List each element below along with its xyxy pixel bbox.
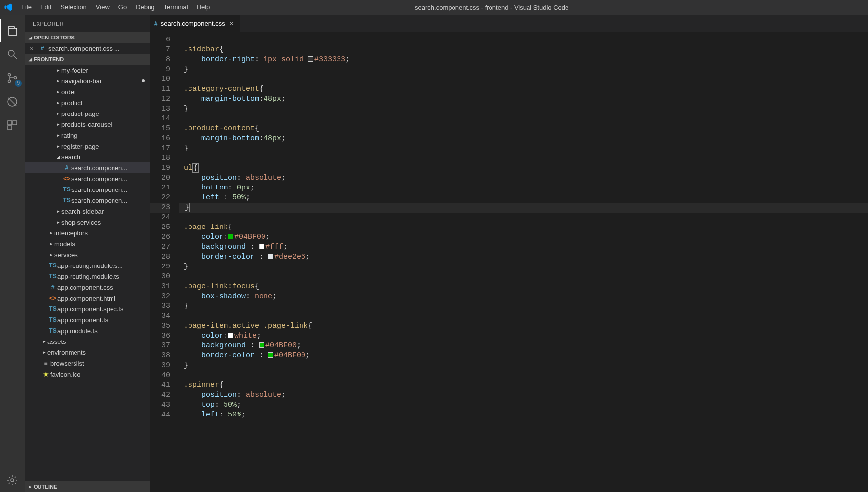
chevron-right-icon: ▸ — [55, 111, 61, 116]
file-icon: TS — [48, 262, 57, 269]
explorer-sidebar: EXPLORER ◢ OPEN EDITORS ×#search.compone… — [25, 15, 150, 492]
tree-label: app.module.ts — [57, 327, 98, 335]
title-bar: FileEditSelectionViewGoDebugTerminalHelp… — [0, 0, 868, 15]
tree-label: interceptors — [54, 229, 88, 237]
tree-folder[interactable]: ▸models — [25, 238, 150, 249]
menu-help[interactable]: Help — [192, 0, 215, 15]
file-icon: # — [48, 284, 57, 291]
outline-label: OUTLINE — [34, 484, 57, 490]
sidebar-title: EXPLORER — [25, 15, 150, 32]
svg-rect-7 — [8, 126, 12, 130]
tree-folder[interactable]: ▸my-footer — [25, 65, 150, 76]
file-icon: TS — [48, 327, 57, 334]
chevron-right-icon: ▸ — [55, 122, 61, 127]
tree-file[interactable]: ≡browserslist — [25, 358, 150, 369]
tree-file[interactable]: TSsearch.componen... — [25, 195, 150, 206]
tree-label: models — [54, 240, 75, 248]
tree-folder[interactable]: ▸products-carousel — [25, 119, 150, 130]
open-editor-item[interactable]: ×#search.component.css ... — [25, 43, 150, 54]
tree-label: app.component.css — [57, 284, 113, 291]
file-icon: # — [38, 45, 46, 52]
tree-file[interactable]: TSsearch.componen... — [25, 184, 150, 195]
dirty-indicator — [142, 79, 145, 82]
css-file-icon: # — [154, 20, 158, 27]
tree-folder[interactable]: ▸navigation-bar — [25, 76, 150, 86]
open-editors-header[interactable]: ◢ OPEN EDITORS — [25, 32, 150, 43]
chevron-right-icon: ▸ — [48, 241, 54, 246]
code-content[interactable]: .sidebar{ border-right: 1px solid #33333… — [179, 32, 868, 492]
chevron-right-icon: ▸ — [55, 89, 61, 94]
svg-rect-5 — [8, 121, 12, 125]
close-icon[interactable]: × — [228, 20, 236, 27]
tree-label: order — [61, 88, 76, 96]
search-icon[interactable] — [0, 42, 25, 66]
close-icon[interactable]: × — [25, 45, 38, 52]
file-label: search.component.css ... — [48, 45, 120, 52]
tree-label: search.componen... — [71, 186, 127, 193]
tree-folder[interactable]: ▸shop-services — [25, 217, 150, 227]
file-icon: <> — [62, 175, 71, 182]
tree-folder[interactable]: ▸interceptors — [25, 227, 150, 238]
tree-label: app-routing.module.ts — [57, 273, 119, 280]
menu-view[interactable]: View — [91, 0, 114, 15]
source-control-icon[interactable]: 9 — [0, 66, 25, 90]
tree-label: search.componen... — [71, 175, 127, 183]
chevron-right-icon: ▸ — [27, 484, 34, 489]
tree-file[interactable]: TSapp-routing.module.ts — [25, 271, 150, 282]
tree-file[interactable]: TSapp-routing.module.s... — [25, 260, 150, 271]
tree-file[interactable]: ★favicon.ico — [25, 369, 150, 379]
explorer-icon[interactable] — [0, 19, 25, 42]
tree-label: rating — [61, 132, 77, 139]
svg-point-1 — [8, 74, 11, 76]
menu-selection[interactable]: Selection — [56, 0, 91, 15]
chevron-right-icon: ▸ — [55, 144, 61, 149]
menu-debug[interactable]: Debug — [131, 0, 159, 15]
tree-file[interactable]: <>app.component.html — [25, 293, 150, 303]
file-icon: TS — [62, 197, 71, 204]
activity-bar: 9 — [0, 15, 25, 492]
tree-folder[interactable]: ◢search — [25, 151, 150, 162]
tree-label: my-footer — [61, 67, 88, 74]
tree-file[interactable]: <>search.componen... — [25, 173, 150, 184]
tree-folder[interactable]: ▸environments — [25, 347, 150, 358]
tree-file[interactable]: TSapp.component.ts — [25, 314, 150, 325]
vscode-logo-icon — [0, 3, 17, 12]
project-label: FRONTEND — [34, 56, 64, 62]
file-icon: ★ — [41, 371, 50, 378]
chevron-down-icon: ◢ — [55, 154, 61, 159]
tree-folder[interactable]: ▸services — [25, 249, 150, 260]
file-icon: ≡ — [41, 360, 50, 367]
tree-folder[interactable]: ▸product — [25, 97, 150, 108]
tree-label: app.component.spec.ts — [57, 305, 123, 313]
chevron-right-icon: ▸ — [55, 68, 61, 73]
tree-label: shop-services — [61, 219, 101, 226]
settings-gear-icon[interactable] — [0, 468, 25, 492]
tree-folder[interactable]: ▸search-sidebar — [25, 206, 150, 217]
tree-folder[interactable]: ▸assets — [25, 336, 150, 347]
menu-go[interactable]: Go — [114, 0, 131, 15]
outline-header[interactable]: ▸ OUTLINE — [25, 481, 150, 492]
debug-icon[interactable] — [0, 90, 25, 114]
tree-file[interactable]: #app.component.css — [25, 282, 150, 293]
tree-folder[interactable]: ▸order — [25, 86, 150, 97]
tab-search-component-css[interactable]: # search.component.css × — [150, 15, 241, 32]
file-icon: <> — [48, 295, 57, 302]
editor-body[interactable]: 6789101112131415161718192021222324252627… — [150, 32, 868, 492]
tree-folder[interactable]: ▸register-page — [25, 141, 150, 151]
menu-bar: FileEditSelectionViewGoDebugTerminalHelp — [17, 0, 214, 15]
tree-folder[interactable]: ▸rating — [25, 130, 150, 141]
menu-edit[interactable]: Edit — [36, 0, 56, 15]
menu-file[interactable]: File — [17, 0, 36, 15]
menu-terminal[interactable]: Terminal — [159, 0, 192, 15]
tree-file[interactable]: #search.componen... — [25, 162, 150, 173]
project-header[interactable]: ◢ FRONTEND — [25, 54, 150, 65]
line-number-gutter: 6789101112131415161718192021222324252627… — [150, 32, 179, 492]
tree-file[interactable]: TSapp.component.spec.ts — [25, 303, 150, 314]
editor-area: # search.component.css × 678910111213141… — [150, 15, 868, 492]
chevron-right-icon: ▸ — [48, 230, 54, 235]
tree-label: product — [61, 99, 82, 107]
tree-file[interactable]: TSapp.module.ts — [25, 325, 150, 336]
tree-folder[interactable]: ▸product-page — [25, 108, 150, 119]
extensions-icon[interactable] — [0, 114, 25, 137]
tab-label: search.component.css — [161, 20, 225, 27]
